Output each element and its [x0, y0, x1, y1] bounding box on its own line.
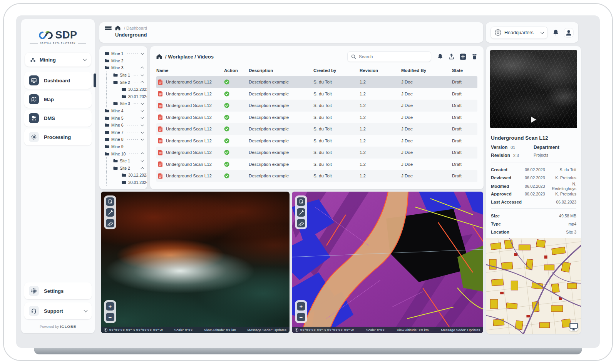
sidebar-item-processing[interactable]: Processing — [24, 129, 92, 145]
tree-chevron-icon[interactable] — [141, 116, 144, 119]
select-tool-icon[interactable] — [106, 197, 114, 206]
column-header[interactable]: Revision — [360, 68, 401, 73]
file-name: Underground Scan L12 — [166, 80, 212, 84]
tree-chevron-icon[interactable] — [141, 167, 144, 170]
search-box[interactable] — [347, 51, 431, 62]
menu-icon[interactable] — [105, 26, 112, 30]
tree-chevron-icon[interactable] — [141, 109, 144, 112]
tree-item[interactable]: Site 1 — [102, 72, 145, 79]
tree-item[interactable]: Mine 3 — [102, 64, 145, 72]
tree-chevron-icon[interactable] — [141, 153, 144, 156]
tree-guide — [106, 179, 111, 186]
measure-tool-icon[interactable] — [297, 219, 305, 227]
column-header[interactable]: State — [452, 68, 477, 73]
table-row[interactable]: Underground Scan L12 Description example… — [156, 170, 477, 182]
tree-chevron-icon[interactable] — [141, 73, 144, 76]
subscribe-bell-icon[interactable] — [437, 53, 443, 60]
table-row[interactable]: Underground Scan L12 Description example… — [156, 100, 477, 112]
table-row[interactable]: Underground Scan L12 Description example… — [156, 76, 477, 88]
tree-item[interactable]: Mine 7 — [102, 129, 145, 136]
tree-chevron-icon[interactable] — [141, 67, 144, 70]
file-description: Description example — [249, 139, 313, 143]
breadcrumb[interactable]: / Dashboard — [124, 26, 147, 30]
viewer-pointcloud[interactable]: + − XX°XX'XX.XX" S XX°XX'XX.XX" W Scale:… — [101, 192, 290, 333]
tree-item[interactable]: Site 2 — [102, 165, 145, 172]
column-header[interactable]: Name — [156, 68, 224, 73]
delete-trash-icon[interactable] — [472, 53, 477, 60]
file-revision: 1.2 — [360, 103, 401, 108]
video-preview[interactable] — [490, 50, 577, 128]
tree-item[interactable]: Site 2 — [102, 78, 145, 86]
tree-chevron-icon[interactable] — [141, 130, 144, 133]
tree-item[interactable]: Mine 1 — [102, 50, 145, 57]
tree-item[interactable]: Site 1 — [102, 157, 145, 165]
tree-chevron-icon[interactable] — [141, 159, 144, 162]
sidebar-item-support[interactable]: Support — [24, 302, 92, 319]
table-row[interactable]: Underground Scan L12 Description example… — [156, 123, 477, 135]
table-row[interactable]: Underground Scan L12 Description example… — [156, 88, 477, 100]
column-header[interactable]: Action — [224, 68, 249, 73]
file-description: Description example — [249, 115, 313, 120]
tree-dash — [127, 118, 138, 118]
tree-chevron-icon[interactable] — [141, 52, 144, 55]
table-row[interactable]: Underground Scan L12 Description example… — [156, 147, 477, 159]
geology-scene[interactable] — [292, 192, 483, 333]
select-tool-icon[interactable] — [297, 197, 305, 206]
zoom-in-button[interactable]: + — [106, 302, 114, 311]
viewer-geology[interactable]: + − XX°XX'XX.XX" S XX°XX'XX.XX" W Scale:… — [292, 192, 483, 333]
sidebar-item-settings[interactable]: Settings — [24, 282, 92, 299]
play-icon[interactable] — [531, 117, 536, 123]
add-icon[interactable] — [460, 53, 466, 60]
zoom-in-button[interactable]: + — [297, 302, 305, 311]
meta-date: 06.02.2023 — [525, 167, 551, 172]
workspace-label: Mining — [40, 57, 80, 63]
sidebar-item-dashboard[interactable]: Dashboard — [24, 72, 92, 89]
tree-item[interactable]: Mine 5 — [102, 114, 145, 122]
tree-item[interactable]: Mine 9 — [102, 143, 145, 150]
tree-item[interactable]: Site 3 — [102, 100, 145, 107]
tree-item[interactable]: Mine 2 — [102, 57, 145, 65]
tree-item[interactable]: Mine 6 — [102, 122, 145, 129]
tree-dash — [127, 132, 138, 132]
file-created-by: S. du Toit — [313, 139, 360, 143]
tree-chevron-icon[interactable] — [141, 81, 144, 84]
home-icon[interactable] — [115, 25, 121, 30]
draw-tool-icon[interactable] — [106, 208, 114, 217]
tree-item[interactable]: Mine 8 — [102, 136, 145, 143]
notifications-bell-icon[interactable] — [552, 29, 559, 36]
table-row[interactable]: Underground Scan L12 Description example… — [156, 159, 477, 170]
upload-icon[interactable] — [449, 53, 454, 60]
divider — [491, 162, 576, 162]
tree-chevron-icon[interactable] — [141, 137, 144, 140]
tree-chevron-icon[interactable] — [141, 102, 144, 105]
zoom-out-button[interactable]: − — [106, 313, 114, 321]
tree-item[interactable]: 30.01.2024 — [102, 179, 145, 186]
minimap[interactable] — [486, 238, 581, 334]
column-header[interactable]: Created by — [313, 68, 360, 73]
pointcloud-scene[interactable] — [101, 192, 290, 333]
measure-tool-icon[interactable] — [106, 219, 114, 227]
column-header[interactable]: Modified By — [401, 68, 452, 73]
search-input[interactable] — [359, 54, 427, 59]
tree-chevron-icon[interactable] — [141, 123, 144, 126]
table-row[interactable]: Underground Scan L12 Description example… — [156, 135, 477, 147]
files-breadcrumb-label[interactable]: / Workplace / Videos — [165, 54, 214, 60]
tree-item[interactable]: 30.12.2023 — [102, 172, 145, 179]
workspace-selector[interactable]: Mining — [25, 53, 91, 67]
home-icon[interactable] — [156, 54, 162, 59]
dms-icon — [29, 113, 39, 123]
table-row[interactable]: Underground Scan L12 Description example… — [156, 112, 477, 124]
map-expand-monitor-icon[interactable] — [569, 322, 578, 331]
active-indicator — [94, 73, 96, 87]
column-header[interactable]: Description — [249, 68, 313, 73]
user-avatar-icon[interactable] — [564, 28, 574, 38]
draw-tool-icon[interactable] — [297, 208, 305, 217]
tree-item[interactable]: 30.12.2023 — [102, 86, 145, 93]
tree-item[interactable]: Mine 4 — [102, 107, 145, 115]
sidebar-item-map[interactable]: Map — [24, 91, 92, 108]
zoom-out-button[interactable]: − — [297, 313, 305, 321]
tree-item[interactable]: 30.01.2024 — [102, 93, 145, 100]
location-select[interactable]: Headquarters — [490, 27, 548, 39]
tree-item[interactable]: Mine 10 — [102, 150, 145, 157]
sidebar-item-dms[interactable]: DMS — [24, 110, 92, 127]
